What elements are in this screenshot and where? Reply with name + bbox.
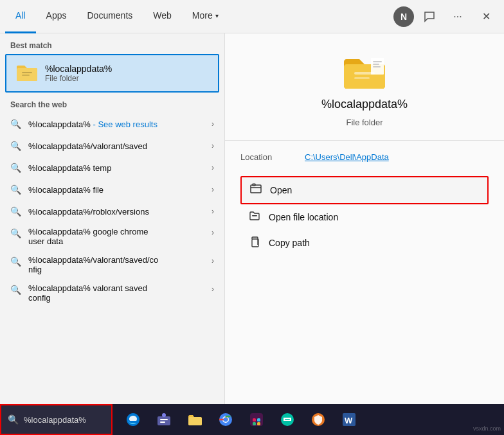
more-options-button[interactable]: ··· <box>445 4 471 30</box>
chevron-down-icon: ▾ <box>215 12 219 19</box>
chevron-right-icon: › <box>212 185 214 194</box>
open-label: Open <box>270 185 292 195</box>
svg-rect-6 <box>373 64 379 65</box>
chevron-right-icon: › <box>212 120 214 129</box>
list-item[interactable]: 🔍 %localappdata% - See web results › <box>0 113 224 135</box>
detail-info: Location C:\Users\Dell\AppData <box>225 140 504 173</box>
chevron-right-icon: › <box>212 163 214 172</box>
file-location-icon <box>248 210 261 224</box>
svg-rect-14 <box>160 422 165 423</box>
search-icon: 🔍 <box>10 228 22 238</box>
list-item[interactable]: 🔍 %localappdata% temp › <box>0 157 224 179</box>
tab-apps[interactable]: Apps <box>36 0 77 33</box>
search-icon: 🔍 <box>10 141 22 151</box>
watermark: vsxdn.com <box>473 425 501 432</box>
close-button[interactable]: ✕ <box>473 4 499 30</box>
detail-actions: Open Open file location <box>225 173 504 258</box>
search-web-items: 🔍 %localappdata% - See web results › 🔍 %… <box>0 113 224 404</box>
chevron-right-icon: › <box>212 141 214 150</box>
svg-rect-25 <box>285 419 290 420</box>
svg-rect-12 <box>158 416 170 425</box>
svg-rect-21 <box>257 418 260 422</box>
list-item[interactable]: 🔍 %localappdata% google chromeuser data … <box>0 222 224 251</box>
svg-rect-5 <box>373 61 382 62</box>
taskbar-word[interactable]: W <box>334 404 364 435</box>
detail-type: File folder <box>346 118 382 127</box>
tab-more[interactable]: More ▾ <box>182 0 229 33</box>
search-box[interactable]: 🔍 %localappdata% <box>0 404 113 435</box>
tab-web[interactable]: Web <box>143 0 182 33</box>
search-icon: 🔍 <box>10 119 22 129</box>
open-file-location-label: Open file location <box>269 212 338 222</box>
tab-documents[interactable]: Documents <box>76 0 143 33</box>
list-item[interactable]: 🔍 %localappdata%/roblox/versions › <box>0 200 224 222</box>
svg-rect-0 <box>22 72 32 73</box>
best-match-type: File folder <box>45 74 112 83</box>
chevron-right-icon: › <box>212 285 214 294</box>
taskbar-gchat[interactable] <box>272 404 303 435</box>
svg-point-15 <box>162 413 166 417</box>
best-match-item[interactable]: %localappdata% File folder <box>5 54 219 93</box>
svg-rect-22 <box>253 422 256 425</box>
svg-rect-10 <box>252 215 257 217</box>
right-panel: %localappdata% File folder Location C:\U… <box>225 33 504 404</box>
user-avatar[interactable]: N <box>393 6 414 27</box>
taskbar-vpn[interactable] <box>303 404 334 435</box>
svg-rect-8 <box>251 185 261 193</box>
best-match-name: %localappdata% <box>45 64 112 74</box>
top-nav: All Apps Documents Web More ▾ N ··· ✕ <box>0 0 504 33</box>
svg-rect-3 <box>354 77 370 79</box>
detail-name: %localappdata% <box>321 98 408 111</box>
search-icon: 🔍 <box>10 256 22 267</box>
search-icon: 🔍 <box>10 184 22 195</box>
location-label: Location <box>240 152 292 162</box>
chevron-right-icon: › <box>212 228 214 237</box>
taskbar-chrome[interactable] <box>210 404 241 435</box>
open-action[interactable]: Open <box>240 176 489 204</box>
location-value[interactable]: C:\Users\Dell\AppData <box>305 152 389 162</box>
search-box-text: %localappdata% <box>24 415 86 425</box>
folder-icon <box>15 62 39 85</box>
main-layout: Best match %localappdata% File folder Se… <box>0 33 504 404</box>
open-icon <box>249 183 262 197</box>
detail-header: %localappdata% File folder <box>225 33 504 140</box>
detail-folder-icon <box>341 53 388 91</box>
feedback-button[interactable] <box>417 4 442 30</box>
svg-rect-13 <box>160 419 168 420</box>
copy-icon <box>248 236 261 250</box>
taskbar-slack[interactable] <box>241 404 272 435</box>
location-row: Location C:\Users\Dell\AppData <box>240 146 489 168</box>
search-web-label: Search the web <box>0 93 224 113</box>
taskbar: 🔍 %localappdata% <box>0 404 504 435</box>
list-item[interactable]: 🔍 %localappdata%/valorant/saved/config › <box>0 251 224 279</box>
taskbar-teams[interactable] <box>148 404 179 435</box>
list-item[interactable]: 🔍 %localappdata% file › <box>0 179 224 200</box>
svg-rect-20 <box>253 418 256 422</box>
tab-all[interactable]: All <box>5 0 36 33</box>
chevron-right-icon: › <box>212 207 214 216</box>
list-item[interactable]: 🔍 %localappdata% valorant savedconfig › <box>0 279 224 307</box>
list-item[interactable]: 🔍 %localappdata%/valorant/saved › <box>0 135 224 157</box>
svg-rect-7 <box>373 66 381 67</box>
svg-rect-23 <box>257 422 260 425</box>
copy-path-label: Copy path <box>269 238 310 248</box>
svg-rect-19 <box>250 413 263 426</box>
search-icon: 🔍 <box>8 414 19 425</box>
open-file-location-action[interactable]: Open file location <box>240 204 489 230</box>
search-icon: 🔍 <box>10 163 22 173</box>
best-match-label: Best match <box>0 33 224 54</box>
close-icon: ✕ <box>482 10 491 22</box>
taskbar-explorer[interactable] <box>179 404 210 435</box>
svg-rect-1 <box>22 75 30 76</box>
taskbar-apps: W <box>113 404 370 435</box>
chevron-right-icon: › <box>212 256 214 265</box>
svg-text:W: W <box>345 416 353 425</box>
svg-point-18 <box>224 418 228 422</box>
left-panel: Best match %localappdata% File folder Se… <box>0 33 225 404</box>
search-icon: 🔍 <box>10 285 22 295</box>
search-icon: 🔍 <box>10 206 22 217</box>
copy-path-action[interactable]: Copy path <box>240 230 489 256</box>
taskbar-edge[interactable] <box>118 404 148 435</box>
